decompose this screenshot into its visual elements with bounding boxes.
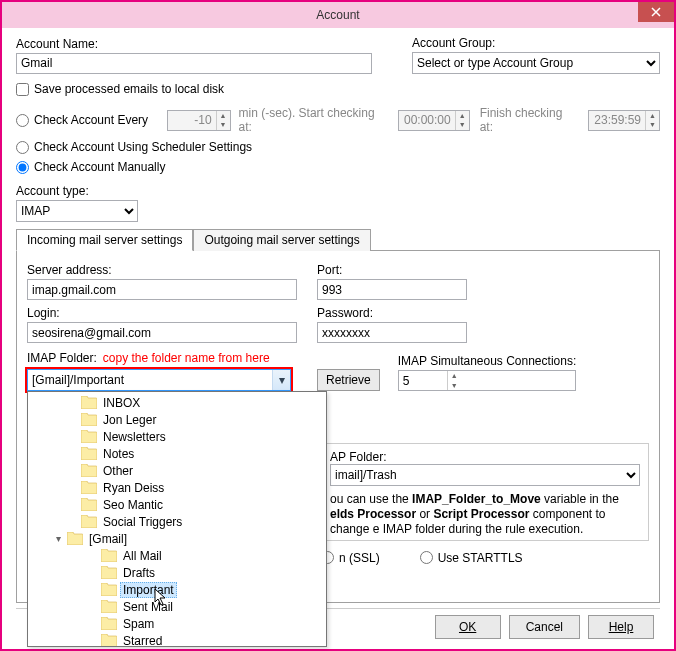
folder-icon — [101, 634, 117, 647]
save-local-label: Save processed emails to local disk — [34, 80, 224, 98]
tree-item[interactable]: Notes — [32, 445, 326, 462]
imap-folder-dropdown[interactable]: INBOXJon LegerNewslettersNotesOtherRyan … — [27, 391, 327, 647]
tree-item[interactable]: Spam — [32, 615, 326, 632]
tree-item[interactable]: Drafts — [32, 564, 326, 581]
titlebar[interactable]: Account — [2, 2, 674, 28]
folder-icon — [81, 447, 97, 460]
tree-item-label: Newsletters — [100, 430, 169, 444]
check-manual-label: Check Account Manually — [34, 158, 165, 176]
folder-icon — [67, 532, 83, 545]
finish-label: Finish checking at: — [480, 104, 578, 136]
chevron-down-icon[interactable]: ▾ — [272, 370, 290, 390]
check-every-spinner[interactable]: ▲▼ — [167, 110, 231, 131]
account-group-select[interactable]: Select or type Account Group — [412, 52, 660, 74]
folder-icon — [81, 430, 97, 443]
port-input[interactable] — [317, 279, 467, 300]
tree-item-label: [Gmail] — [86, 532, 130, 546]
folder-icon — [81, 481, 97, 494]
tree-item-label: Drafts — [120, 566, 158, 580]
tree-item[interactable]: Ryan Deiss — [32, 479, 326, 496]
folder-icon — [81, 413, 97, 426]
account-group-label: Account Group: — [412, 34, 660, 52]
port-label: Port: — [317, 261, 467, 279]
save-local-checkbox[interactable] — [16, 83, 29, 96]
collapse-icon[interactable]: ▾ — [52, 533, 64, 544]
tabstrip: Incoming mail server settings Outgoing m… — [16, 228, 660, 251]
starttls-radio[interactable] — [420, 551, 433, 564]
imap-folder-label: IMAP Folder: — [27, 349, 97, 367]
tree-item[interactable]: Seo Mantic — [32, 496, 326, 513]
window-title: Account — [316, 8, 359, 22]
tree-item-label: Starred — [120, 634, 165, 648]
login-input[interactable] — [27, 322, 297, 343]
incoming-panel: Server address: Port: Login: Password: — [16, 251, 660, 603]
starttls-radio-row: Use STARTTLS — [420, 549, 523, 566]
tree-item-label: Notes — [100, 447, 137, 461]
close-icon — [651, 7, 661, 17]
tree-item[interactable]: Other — [32, 462, 326, 479]
ssl-radio-row: n (SSL) — [321, 549, 380, 566]
folder-icon — [101, 583, 117, 596]
tree-item[interactable]: Starred — [32, 632, 326, 647]
tree-item-label: Ryan Deiss — [100, 481, 167, 495]
check-scheduler-label: Check Account Using Scheduler Settings — [34, 138, 252, 156]
tab-outgoing[interactable]: Outgoing mail server settings — [193, 229, 370, 251]
help-button[interactable]: Help — [588, 615, 654, 639]
check-every-radio[interactable] — [16, 114, 29, 127]
imap-folder-combo[interactable]: [Gmail]/Important ▾ INBOXJon LegerNewsle… — [27, 369, 291, 391]
tree-item[interactable]: Sent Mail — [32, 598, 326, 615]
folder-icon — [81, 396, 97, 409]
min-sec-label: min (-sec). Start checking at: — [239, 104, 390, 136]
password-label: Password: — [317, 304, 467, 322]
imap-connections-spinner[interactable]: ▲▼ — [398, 370, 577, 391]
tree-item-label: Social Triggers — [100, 515, 185, 529]
tree-item[interactable]: Jon Leger — [32, 411, 326, 428]
folder-icon — [81, 515, 97, 528]
imap-folder-value: [Gmail]/Important — [28, 373, 272, 387]
retrieve-button[interactable]: Retrieve — [317, 369, 380, 391]
cursor-icon — [154, 588, 170, 608]
hint-text: ou can use the IMAP_Folder_to_Move varia… — [330, 492, 640, 537]
tree-item-label: All Mail — [120, 549, 165, 563]
tree-item-label: Jon Leger — [100, 413, 159, 427]
close-button[interactable] — [638, 2, 674, 22]
tree-item[interactable]: Social Triggers — [32, 513, 326, 530]
account-name-label: Account Name: — [16, 35, 388, 53]
tree-item-label: Seo Mantic — [100, 498, 166, 512]
check-scheduler-radio[interactable] — [16, 141, 29, 154]
folder-icon — [101, 566, 117, 579]
tree-item[interactable]: All Mail — [32, 547, 326, 564]
tree-item-label: INBOX — [100, 396, 143, 410]
account-window: Account Account Name: Account Group: Sel… — [0, 0, 676, 651]
finish-time-spinner[interactable]: ▲▼ — [588, 110, 660, 131]
folder-icon — [81, 498, 97, 511]
tree-item[interactable]: Newsletters — [32, 428, 326, 445]
tab-incoming[interactable]: Incoming mail server settings — [16, 229, 193, 251]
tree-item[interactable]: Important — [32, 581, 326, 598]
tree-item-label: Spam — [120, 617, 157, 631]
ok-button[interactable]: OK — [435, 615, 501, 639]
account-type-label: Account type: — [16, 182, 660, 200]
folder-icon — [101, 617, 117, 630]
password-input[interactable] — [317, 322, 467, 343]
cancel-button[interactable]: Cancel — [509, 615, 580, 639]
ap-folder-select[interactable]: imail]/Trash — [330, 464, 640, 486]
tree-item[interactable]: INBOX — [32, 394, 326, 411]
tree-item[interactable]: ▾[Gmail] — [32, 530, 326, 547]
tree-item-label: Other — [100, 464, 136, 478]
account-name-input[interactable] — [16, 53, 372, 74]
folder-icon — [101, 600, 117, 613]
start-time-spinner[interactable]: ▲▼ — [398, 110, 470, 131]
folder-icon — [81, 464, 97, 477]
login-label: Login: — [27, 304, 297, 322]
annotation-text: copy the folder name from here — [103, 351, 270, 365]
server-address-input[interactable] — [27, 279, 297, 300]
check-manual-radio[interactable] — [16, 161, 29, 174]
server-address-label: Server address: — [27, 261, 297, 279]
right-occluded-panel: AP Folder: imail]/Trash ou can use the I… — [321, 443, 649, 570]
account-type-select[interactable]: IMAP — [16, 200, 138, 222]
check-every-label: Check Account Every — [34, 111, 167, 129]
imap-connections-label: IMAP Simultaneous Connections: — [398, 352, 577, 370]
folder-icon — [101, 549, 117, 562]
